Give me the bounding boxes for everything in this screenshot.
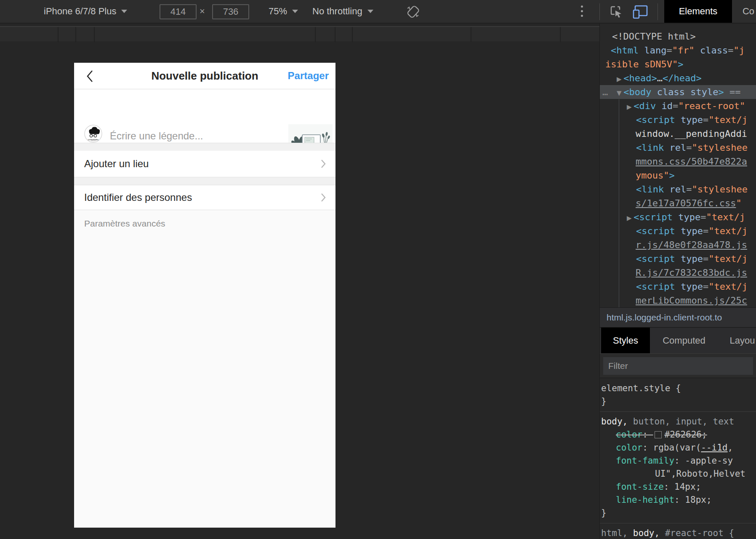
- breadcrumb[interactable]: html.js.logged-in.client-root.to: [600, 307, 756, 328]
- dom-tree-line[interactable]: merLibCommons.js/25c: [600, 294, 756, 307]
- device-mode-toolbar: iPhone 6/7/8 Plus × 75% No throttling: [0, 0, 756, 24]
- dims-separator: ×: [200, 0, 205, 23]
- zoom-level: 75%: [269, 6, 287, 17]
- css-rule-line[interactable]: html, body, #react-root {: [600, 527, 756, 539]
- ig-header: Nouvelle publication Partager: [74, 63, 335, 89]
- throttling-label: No throttling: [312, 6, 362, 17]
- css-rule-line[interactable]: font-family: -apple-sy: [600, 454, 756, 467]
- row-tag-people[interactable]: Identifier des personnes: [74, 185, 335, 210]
- inspect-cursor-icon[interactable]: [610, 5, 623, 19]
- screenshot-root: iPhone 6/7/8 Plus × 75% No throttling: [0, 0, 756, 539]
- row-add-location[interactable]: Ajouter un lieu: [74, 151, 335, 177]
- device-select-label: iPhone 6/7/8 Plus: [44, 6, 116, 17]
- chevron-right-icon: [320, 192, 326, 203]
- section-gap: [74, 177, 335, 185]
- rule-separator: [600, 523, 756, 523]
- tab-styles[interactable]: Styles: [601, 328, 650, 353]
- filter-input[interactable]: [603, 357, 753, 375]
- dom-tree-line[interactable]: <script type="text/j: [600, 224, 756, 238]
- tab-elements[interactable]: Elements: [664, 0, 732, 23]
- throttling-select[interactable]: No throttling: [312, 0, 373, 23]
- toolbar-divider: [599, 3, 600, 20]
- indent-guide: [619, 99, 619, 307]
- chevron-right-icon: [320, 159, 326, 169]
- css-rule-line[interactable]: element.style {: [600, 382, 756, 395]
- caption-input[interactable]: [109, 130, 271, 142]
- viewport-width-input[interactable]: [160, 4, 197, 19]
- dom-tree-line[interactable]: <!DOCTYPE html>: [600, 29, 756, 43]
- row-label: Identifier des personnes: [84, 192, 192, 203]
- more-dots-icon[interactable]: …: [602, 85, 608, 99]
- styles-rules: element.style {}body, button, input, tex…: [600, 378, 756, 539]
- rule-separator: [600, 411, 756, 412]
- css-rule-line[interactable]: line-height: 18px;: [600, 494, 756, 507]
- breadcrumb-text: html.js.logged-in.client-root.to: [607, 312, 722, 323]
- advanced-settings-section: Paramètres avancés: [74, 210, 335, 528]
- styles-tab-bar: Styles Computed Layou: [600, 328, 756, 354]
- css-rule-line[interactable]: body, button, input, text: [600, 415, 756, 428]
- tab-console-partial[interactable]: Co: [739, 0, 756, 23]
- dom-tree-line[interactable]: <link rel="styleshee: [600, 141, 756, 155]
- avatar: LeChefOtaku: [84, 125, 102, 143]
- device-select[interactable]: iPhone 6/7/8 Plus: [44, 0, 127, 23]
- rotate-device-icon[interactable]: [405, 5, 421, 19]
- dom-tree-line[interactable]: ▶ <div id="react-root": [600, 99, 756, 113]
- styles-filter-row: [600, 354, 756, 378]
- dom-tree-line[interactable]: <link rel="styleshee: [600, 182, 756, 196]
- device-toolbar-icon[interactable]: [632, 5, 648, 19]
- viewport-height-input[interactable]: [212, 4, 249, 19]
- dom-tree-line[interactable]: ymous">: [600, 168, 756, 182]
- tab-elements-label: Elements: [679, 6, 718, 17]
- zoom-select[interactable]: 75%: [269, 0, 298, 23]
- section-gap: [74, 143, 335, 151]
- dom-tree-line[interactable]: …▼ <body class style> ==: [600, 85, 756, 99]
- dom-tree-line[interactable]: <html lang="fr" class="j: [600, 43, 756, 57]
- css-rule-line[interactable]: font-size: 14px;: [600, 480, 756, 494]
- kebab-menu-icon[interactable]: [581, 5, 583, 17]
- chevron-down-icon: [121, 10, 127, 13]
- dom-tree-line[interactable]: <script type="text/j: [600, 252, 756, 266]
- tab-layout-partial[interactable]: Layou: [728, 328, 756, 353]
- svg-text:LeChefOtaku: LeChefOtaku: [88, 139, 98, 141]
- color-swatch-icon: [655, 431, 662, 438]
- chevron-down-icon: [292, 10, 298, 13]
- tab-computed[interactable]: Computed: [657, 328, 711, 353]
- media-query-bar[interactable]: [0, 26, 599, 41]
- tab-styles-label: Styles: [613, 335, 638, 346]
- dom-tree-line[interactable]: R.js/7c7832c83bdc.js: [600, 266, 756, 280]
- dom-tree-line[interactable]: <script type="text/j: [600, 113, 756, 127]
- toolbar-divider: [658, 3, 658, 20]
- tab-console-label: Co: [743, 6, 754, 17]
- dom-tree-line[interactable]: mmons.css/50b47e822a: [600, 155, 756, 168]
- css-rule-line[interactable]: }: [600, 395, 756, 408]
- elements-tree: <!DOCTYPE html><html lang="fr" class="ji…: [600, 24, 756, 307]
- advanced-settings-label[interactable]: Paramètres avancés: [84, 219, 165, 229]
- chevron-down-icon: [367, 10, 373, 13]
- css-rule-line[interactable]: color: #262626;: [600, 428, 756, 441]
- css-rule-line[interactable]: UI",Roboto,Helvet: [600, 467, 756, 480]
- tab-computed-label: Computed: [663, 335, 705, 346]
- dom-tree-line[interactable]: isible sDN5V">: [600, 57, 756, 71]
- dom-tree-line[interactable]: ▶ <head>…</head>: [600, 71, 756, 85]
- tab-layout-label: Layou: [730, 335, 755, 346]
- css-rule-line[interactable]: }: [600, 507, 756, 520]
- share-button[interactable]: Partager: [288, 63, 329, 89]
- dom-tree-line[interactable]: window.__pendingAddi: [600, 127, 756, 141]
- dom-tree-line[interactable]: r.js/48e0f28aa478.js: [600, 238, 756, 252]
- caption-section: LeChefOtaku: [74, 89, 335, 143]
- dom-tree-line[interactable]: ▶ <script type="text/j: [600, 210, 756, 224]
- device-viewport-page: Nouvelle publication Partager LeChefOtak…: [74, 63, 335, 528]
- row-label: Ajouter un lieu: [84, 158, 149, 170]
- dom-tree-line[interactable]: s/1e17a70576fc.css": [600, 196, 756, 210]
- devtools-panel: <!DOCTYPE html><html lang="fr" class="ji…: [599, 24, 756, 539]
- dom-tree-line[interactable]: <script type="text/j: [600, 280, 756, 294]
- css-rule-line[interactable]: color: rgba(var(--i1d,: [600, 441, 756, 454]
